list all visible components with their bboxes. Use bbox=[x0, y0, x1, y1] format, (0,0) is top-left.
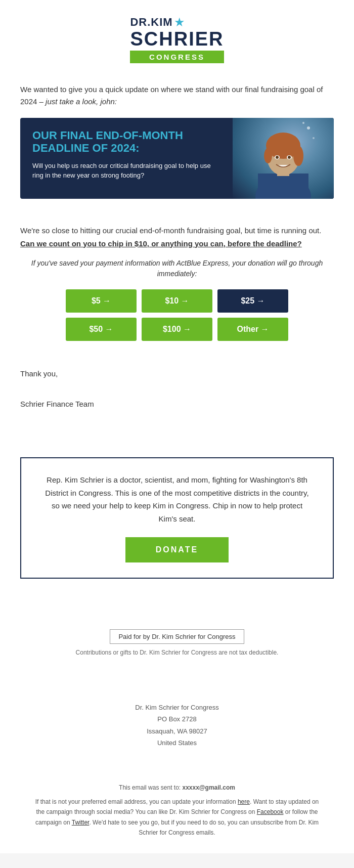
svg-point-8 bbox=[293, 146, 303, 166]
update-info-link[interactable]: here bbox=[238, 798, 250, 805]
twitter-link[interactable]: Twitter bbox=[72, 819, 90, 826]
paid-for-box: Paid for by Dr. Kim Schrier for Congress bbox=[110, 629, 244, 644]
country: United States bbox=[20, 737, 334, 749]
sent-to-label: This email was sent to: bbox=[119, 784, 181, 791]
body-section: We're so close to hitting our crucial en… bbox=[0, 209, 354, 356]
body-cta: Can we count on you to chip in $10, or a… bbox=[20, 239, 302, 248]
po-box: PO Box 2728 bbox=[20, 713, 334, 725]
org-name: Dr. Kim Schrier for Congress bbox=[20, 702, 334, 713]
logo: DR.KIM ★ SCHRIER CONGRESS bbox=[130, 15, 224, 63]
address-section: Dr. Kim Schrier for Congress PO Box 2728… bbox=[0, 691, 354, 754]
footer-unsubscribe-text: We'd hate to see you go, but if you need… bbox=[93, 819, 319, 836]
svg-point-9 bbox=[264, 148, 272, 163]
donate-10-button[interactable]: $10 → bbox=[142, 289, 212, 313]
intro-text-italic: just take a look, john: bbox=[46, 97, 117, 106]
donate-5-button[interactable]: $5 → bbox=[66, 289, 137, 313]
banner-subtext: Will you help us reach our critical fund… bbox=[32, 161, 223, 181]
svg-point-12 bbox=[276, 156, 279, 159]
actblue-note: If you've saved your payment information… bbox=[20, 258, 334, 279]
donate-50-button[interactable]: $50 → bbox=[66, 318, 137, 341]
logo-schrier: SCHRIER bbox=[130, 29, 224, 49]
signature-text: Schrier Finance Team bbox=[20, 397, 334, 412]
svg-rect-4 bbox=[258, 173, 308, 199]
svg-point-13 bbox=[288, 156, 291, 159]
bio-text: Rep. Kim Schrier is a doctor, scientist,… bbox=[41, 473, 313, 525]
recipient-email: xxxxx@gmail.com bbox=[182, 784, 235, 791]
banner-headline: OUR FINAL END-OF-MONTH DEADLINE OF 2024: bbox=[32, 129, 223, 155]
donate-other-button[interactable]: Other → bbox=[217, 318, 288, 341]
svg-point-0 bbox=[307, 126, 310, 129]
banner-image bbox=[233, 118, 334, 199]
logo-star-icon: ★ bbox=[174, 15, 185, 29]
campaign-banner: OUR FINAL END-OF-MONTH DEADLINE OF 2024:… bbox=[20, 118, 334, 199]
tax-deductible-note: Contributions or gifts to Dr. Kim Schrie… bbox=[20, 649, 334, 656]
facebook-link[interactable]: Facebook bbox=[257, 808, 284, 815]
city-state: Issaquah, WA 98027 bbox=[20, 725, 334, 737]
svg-point-2 bbox=[302, 122, 304, 124]
body-paragraph: We're so close to hitting our crucial en… bbox=[20, 224, 334, 250]
footer-update-line: If that is not your preferred email addr… bbox=[30, 797, 324, 838]
paid-for-text: Paid for by Dr. Kim Schrier for Congress bbox=[118, 633, 235, 640]
banner-content: OUR FINAL END-OF-MONTH DEADLINE OF 2024:… bbox=[20, 118, 233, 199]
donate-25-button[interactable]: $25 → bbox=[217, 289, 288, 313]
svg-point-1 bbox=[313, 137, 315, 139]
intro-section: We wanted to give you a quick update on … bbox=[0, 73, 354, 118]
footer-section: This email was sent to: xxxxx@gmail.com … bbox=[0, 774, 354, 853]
donate-100-button[interactable]: $100 → bbox=[142, 318, 212, 341]
big-donate-button[interactable]: DONATE bbox=[125, 537, 229, 562]
banner-photo bbox=[233, 118, 334, 199]
logo-congress: CONGRESS bbox=[130, 51, 224, 63]
footer-update-text: If that is not your preferred email addr… bbox=[35, 798, 236, 805]
footer-email-line: This email was sent to: xxxxx@gmail.com bbox=[30, 783, 324, 793]
thank-you-text: Thank you, bbox=[20, 366, 334, 381]
logo-dr-kim: DR.KIM bbox=[130, 17, 172, 28]
candidate-silhouette bbox=[243, 118, 324, 199]
body-text-main: We're so close to hitting our crucial en… bbox=[20, 226, 321, 235]
donation-buttons-container: $5 → $10 → $25 → $50 → $100 → Other → bbox=[20, 289, 334, 341]
closing-section: Thank you, Schrier Finance Team bbox=[0, 356, 354, 417]
header-section: DR.KIM ★ SCHRIER CONGRESS bbox=[0, 0, 354, 73]
paid-for-section: Paid for by Dr. Kim Schrier for Congress… bbox=[0, 619, 354, 671]
bio-box: Rep. Kim Schrier is a doctor, scientist,… bbox=[20, 457, 334, 579]
